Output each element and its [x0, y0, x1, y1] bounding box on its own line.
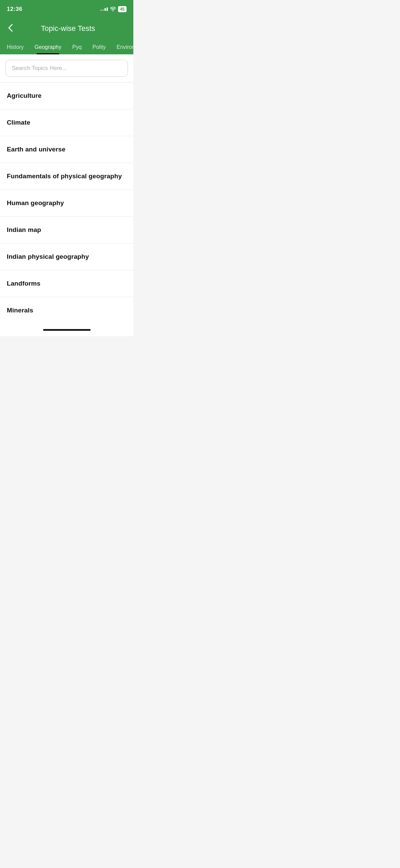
search-input[interactable] — [5, 60, 128, 77]
topic-name: Indian physical geography — [7, 253, 89, 260]
bottom-home-indicator — [0, 324, 133, 336]
topic-name: Climate — [7, 119, 30, 126]
back-button[interactable] — [7, 22, 14, 35]
list-item[interactable]: Earth and universe — [0, 136, 133, 163]
topic-name: Fundamentals of physical geography — [7, 173, 122, 180]
search-container — [0, 54, 133, 83]
tab-pyq[interactable]: Pyq — [67, 40, 87, 54]
tab-polity[interactable]: Polity — [87, 40, 111, 54]
header: Topic-wise Tests — [0, 17, 133, 40]
list-item[interactable]: Landforms — [0, 270, 133, 297]
list-item[interactable]: Human geography — [0, 190, 133, 217]
topic-name: Indian map — [7, 226, 41, 233]
signal-icon — [100, 7, 108, 11]
list-item[interactable]: Fundamentals of physical geography — [0, 163, 133, 190]
topic-name: Agriculture — [7, 92, 41, 99]
topic-name: Minerals — [7, 307, 33, 314]
status-time: 12:36 — [7, 6, 22, 13]
tab-geography[interactable]: Geography — [29, 40, 67, 54]
battery-indicator: 45 — [118, 6, 127, 12]
topic-name: Human geography — [7, 199, 64, 206]
list-item[interactable]: Climate — [0, 109, 133, 136]
topics-list: AgricultureClimateEarth and universeFund… — [0, 83, 133, 324]
wifi-icon — [110, 7, 116, 12]
tabs-container: History Geography Pyq Polity Environment — [0, 40, 133, 54]
page-title: Topic-wise Tests — [20, 24, 116, 33]
list-item[interactable]: Indian physical geography — [0, 243, 133, 270]
battery-level: 45 — [120, 7, 125, 12]
tab-history[interactable]: History — [1, 40, 29, 54]
list-item[interactable]: Minerals — [0, 297, 133, 324]
svg-point-0 — [112, 11, 113, 12]
topic-name: Earth and universe — [7, 146, 65, 153]
status-icons: 45 — [100, 6, 127, 12]
list-item[interactable]: Agriculture — [0, 83, 133, 109]
home-bar — [43, 329, 91, 331]
status-bar: 12:36 45 — [0, 0, 133, 17]
list-item[interactable]: Indian map — [0, 217, 133, 243]
tab-environment[interactable]: Environment — [111, 40, 133, 54]
topic-name: Landforms — [7, 280, 40, 287]
